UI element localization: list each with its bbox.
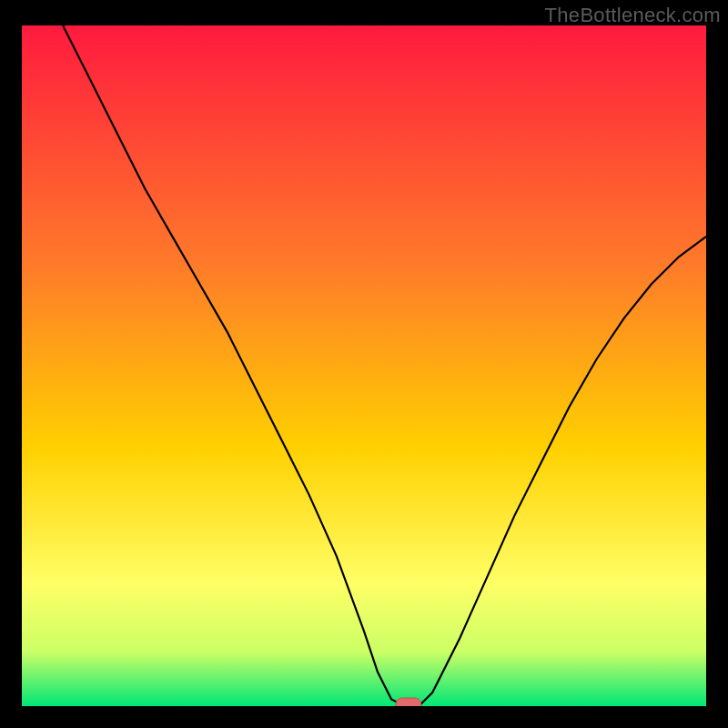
optimal-marker	[396, 698, 421, 706]
plot-area	[22, 25, 706, 706]
watermark-text: TheBottleneck.com	[545, 4, 721, 27]
chart-frame: TheBottleneck.com	[0, 0, 728, 728]
gradient-background	[22, 25, 706, 706]
chart-svg	[22, 25, 706, 706]
